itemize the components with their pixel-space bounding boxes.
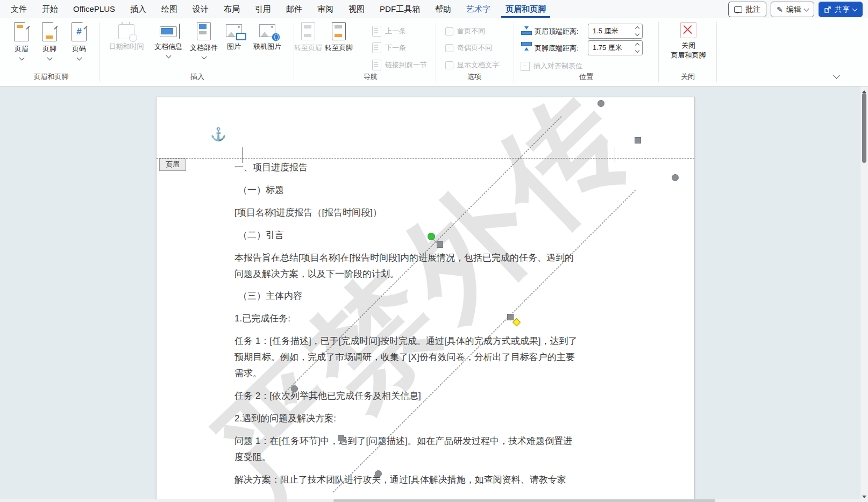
show-doc-text-checkbox[interactable]: 显示文档文字 xyxy=(445,60,499,70)
comment-icon xyxy=(734,6,742,13)
edit-button[interactable]: ✎ 编辑 xyxy=(771,2,814,17)
doc-line: 任务 2：[依次列举其他已完成任务及相关信息] xyxy=(234,390,421,402)
vertical-scrollbar-thumb[interactable] xyxy=(862,93,866,163)
chevron-down-icon xyxy=(201,54,207,60)
spinner-arrows[interactable] xyxy=(636,27,639,35)
next-icon xyxy=(372,42,381,53)
scroll-down-icon[interactable] xyxy=(862,496,866,500)
resize-handle[interactable] xyxy=(437,241,443,248)
comment-button[interactable]: 批注 xyxy=(728,2,766,17)
group-label-insert: 插入 xyxy=(165,72,230,82)
tab-file[interactable]: 文件 xyxy=(3,0,34,18)
doc-parts-button[interactable]: 文档部件 xyxy=(186,22,222,59)
tab-insert[interactable]: 插入 xyxy=(123,0,154,18)
header-from-top-label: 页眉顶端距离: xyxy=(535,27,579,37)
share-button[interactable]: 共享 xyxy=(819,2,863,17)
online-picture-icon xyxy=(259,24,275,37)
horizontal-scrollbar[interactable] xyxy=(0,499,860,502)
menu-bar: 文件 开始 OfficePLUS 插入 绘图 设计 布局 引用 邮件 审阅 视图… xyxy=(0,0,868,18)
doc-line: 度受阻。 xyxy=(234,451,271,463)
chevron-down-icon xyxy=(76,55,82,61)
next-button[interactable]: 下一条 xyxy=(372,42,406,53)
document-page: 严禁外传 页眉 ⚓ 一、项目进度报告 （一）标题 [项目名称]进度报告（[报告时… xyxy=(156,97,695,502)
insert-alignment-tab-button[interactable]: 插入对齐制表位 xyxy=(521,61,582,71)
collapse-ribbon-icon[interactable] xyxy=(833,72,840,79)
checkbox-icon xyxy=(445,27,453,35)
resize-handle[interactable] xyxy=(375,470,382,477)
scroll-up-icon[interactable] xyxy=(862,88,866,93)
tab-home[interactable]: 开始 xyxy=(34,0,66,18)
chevron-down-icon xyxy=(166,53,171,59)
menu-tabs: 文件 开始 OfficePLUS 插入 绘图 设计 布局 引用 邮件 审阅 视图… xyxy=(3,0,553,18)
footer-button[interactable]: 页脚 xyxy=(37,22,62,60)
resize-handle[interactable] xyxy=(635,137,641,144)
page-number-button[interactable]: # 页码 xyxy=(67,22,91,60)
tab-layout[interactable]: 布局 xyxy=(216,0,247,18)
header-button[interactable]: 页眉 xyxy=(9,22,34,60)
tab-wordart[interactable]: 艺术字 xyxy=(459,0,498,18)
chevron-down-icon xyxy=(19,55,24,61)
chevron-down-icon xyxy=(47,55,52,61)
resize-handle[interactable] xyxy=(291,385,298,392)
close-icon xyxy=(680,22,696,38)
doc-info-button[interactable]: 文档信息 xyxy=(150,22,187,58)
document-canvas: 严禁外传 页眉 ⚓ 一、项目进度报告 （一）标题 [项目名称]进度报告（[报告时… xyxy=(0,87,868,502)
resize-handle[interactable] xyxy=(597,100,604,107)
doc-line: 一、项目进度报告 xyxy=(234,161,308,174)
horizontal-scrollbar-thumb[interactable] xyxy=(333,499,715,502)
header-from-top-spinner[interactable]: 1.5 厘米 xyxy=(588,24,643,39)
group-label-close: 关闭 xyxy=(656,72,720,82)
edit-label: 编辑 xyxy=(786,5,801,15)
tab-view[interactable]: 视图 xyxy=(341,0,372,18)
doc-line: 问题及解决方案，以及下一阶段的计划。 xyxy=(234,268,399,280)
ribbon: 页眉 页脚 # 页码 页眉和页脚 日期和时间 文档信息 文档部件 图片 联机图片… xyxy=(0,18,868,87)
tab-officeplus[interactable]: OfficePLUS xyxy=(66,0,123,18)
goto-footer-icon xyxy=(332,22,346,40)
doc-line: [项目名称]进度报告（[报告时间段]） xyxy=(234,206,382,219)
alignment-tab-icon xyxy=(521,62,530,71)
doc-line: （一）标题 xyxy=(238,184,284,196)
close-header-footer-button[interactable]: 关闭 页眉和页脚 xyxy=(666,22,711,60)
header-icon xyxy=(14,22,29,41)
different-first-page-checkbox[interactable]: 首页不同 xyxy=(445,26,485,36)
tab-review[interactable]: 审阅 xyxy=(310,0,341,18)
doc-line: 本报告旨在总结[项目名称]在[报告时间段]内的进展情况，包括已完成的任务、遇到的 xyxy=(234,252,574,264)
previous-button[interactable]: 上一条 xyxy=(372,26,406,37)
different-odd-even-checkbox[interactable]: 奇偶页不同 xyxy=(445,43,492,53)
share-icon xyxy=(824,6,831,13)
tab-mailings[interactable]: 邮件 xyxy=(279,0,310,18)
checkbox-icon xyxy=(445,44,453,52)
link-to-previous-button[interactable]: 链接到前一节 xyxy=(372,60,427,70)
footer-from-bottom-spinner[interactable]: 1.75 厘米 xyxy=(588,40,643,55)
tab-pdf-tools[interactable]: PDF工具箱 xyxy=(372,0,428,18)
group-label-navigation: 导航 xyxy=(338,72,403,82)
resize-handle[interactable] xyxy=(507,314,514,320)
comment-label: 批注 xyxy=(745,5,760,15)
doc-line: 预期目标。例如，完成了市场调研，收集了[X]份有效问卷，分析出了目标客户的主要 xyxy=(234,351,575,363)
group-separator xyxy=(514,22,514,82)
group-label-position: 位置 xyxy=(554,72,618,82)
anchor-icon[interactable]: ⚓ xyxy=(210,128,226,141)
footer-from-bottom-icon xyxy=(521,42,531,52)
goto-footer-button[interactable]: 转至页脚 xyxy=(323,22,354,53)
spinner-arrows[interactable] xyxy=(636,44,639,52)
rotation-handle[interactable] xyxy=(428,233,435,240)
tab-references[interactable]: 引用 xyxy=(247,0,279,18)
vertical-scrollbar[interactable] xyxy=(860,87,868,502)
goto-header-button[interactable]: 转至页眉 xyxy=(293,22,323,53)
online-picture-button[interactable]: 联机图片 xyxy=(249,22,286,52)
header-tag: 页眉 xyxy=(159,159,186,171)
picture-button[interactable]: 图片 xyxy=(221,22,247,52)
tab-help[interactable]: 帮助 xyxy=(428,0,459,18)
tab-design[interactable]: 设计 xyxy=(185,0,216,18)
group-label-header-footer: 页眉和页脚 xyxy=(19,72,83,82)
header-from-top-icon xyxy=(521,25,531,35)
tab-header-footer[interactable]: 页眉和页脚 xyxy=(498,0,553,18)
footer-icon xyxy=(42,22,57,41)
chevron-down-icon xyxy=(852,6,858,11)
resize-handle[interactable] xyxy=(672,174,679,181)
resize-handle[interactable] xyxy=(338,435,344,441)
tab-draw[interactable]: 绘图 xyxy=(154,0,185,18)
document-info-icon xyxy=(160,26,177,37)
datetime-button[interactable]: 日期和时间 xyxy=(106,22,146,52)
